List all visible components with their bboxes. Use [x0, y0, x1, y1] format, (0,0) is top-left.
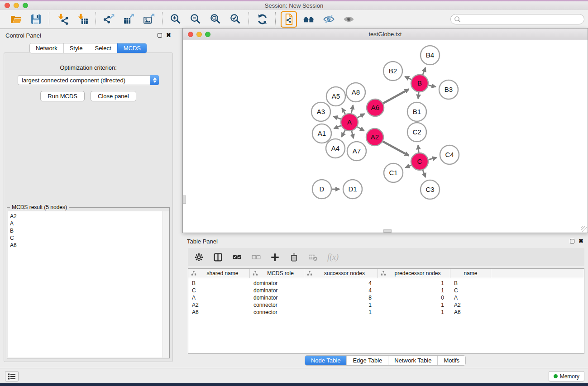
tab-mcds[interactable]: MCDS	[117, 43, 147, 53]
node-A7[interactable]: A7	[347, 142, 366, 161]
node-A5[interactable]: A5	[326, 87, 345, 106]
node-C2[interactable]: C2	[407, 123, 426, 142]
zoom-selected-button[interactable]	[227, 11, 244, 28]
network-window-titlebar[interactable]: testGlobe.txt	[183, 29, 588, 40]
edge-A-A3[interactable]	[333, 116, 341, 119]
edge-A2-C[interactable]	[383, 142, 409, 156]
node-C[interactable]: C	[411, 153, 428, 170]
network-graph[interactable]: AA1A2A3A4A5A6A7A8BB1B2B3B4CC1C2C3C4DD1	[183, 40, 588, 233]
toggle-columns-button[interactable]	[213, 253, 223, 262]
tab-motifs[interactable]: Motifs	[437, 356, 465, 365]
tab-node-table[interactable]: Node Table	[305, 356, 347, 365]
edge-C-C2[interactable]	[418, 145, 419, 152]
edge-C-C1[interactable]	[406, 165, 411, 168]
node-C1[interactable]: C1	[384, 163, 403, 182]
column-header-shared-name[interactable]: shared name	[188, 269, 250, 278]
edge-B-B4[interactable]	[423, 67, 425, 75]
run-mcds-button[interactable]: Run MCDS	[40, 91, 85, 101]
network-from-selection-button[interactable]	[281, 11, 297, 28]
tab-network[interactable]: Network	[30, 43, 63, 53]
search-box[interactable]	[450, 14, 584, 24]
zoom-fit-button[interactable]	[207, 11, 224, 28]
node-C4[interactable]: C4	[440, 145, 459, 164]
node-A4[interactable]: A4	[326, 139, 345, 158]
edge-B-B3[interactable]	[429, 85, 436, 87]
open-file-button[interactable]	[8, 11, 24, 28]
column-header-successor-nodes[interactable]: successor nodes	[304, 269, 378, 278]
float-panel-icon[interactable]	[158, 33, 162, 38]
import-network-button[interactable]	[54, 11, 71, 28]
zoom-in-button[interactable]	[167, 11, 184, 28]
export-table-button[interactable]	[121, 11, 137, 28]
edge-A-A8[interactable]	[351, 105, 353, 113]
column-header-name[interactable]: name	[450, 269, 491, 278]
show-panels-button[interactable]	[340, 11, 357, 28]
edge-A6-B[interactable]	[383, 89, 409, 103]
edge-A-A6[interactable]	[357, 114, 364, 118]
edge-C-C3[interactable]	[423, 170, 425, 177]
node-A[interactable]: A	[341, 114, 358, 131]
zoom-out-button[interactable]	[187, 11, 204, 28]
table-row[interactable]: Adominator80A	[188, 294, 584, 301]
edge-A-A4[interactable]	[342, 130, 345, 137]
network-close-button[interactable]	[188, 32, 193, 37]
edge-A-A2[interactable]	[357, 127, 364, 131]
table-settings-button[interactable]	[194, 253, 204, 262]
close-panel-button[interactable]: Close panel	[91, 91, 136, 101]
node-B3[interactable]: B3	[439, 80, 458, 99]
node-B1[interactable]: B1	[407, 102, 426, 121]
network-canvas[interactable]: AA1A2A3A4A5A6A7A8BB1B2B3B4CC1C2C3C4DD1	[183, 40, 588, 233]
table-close-panel-icon[interactable]: ✖	[578, 239, 583, 243]
home-button[interactable]	[301, 11, 317, 28]
edge-B-B1[interactable]	[418, 92, 419, 99]
network-zoom-button[interactable]	[205, 32, 210, 37]
result-item[interactable]: C	[10, 234, 160, 242]
edge-A-A7[interactable]	[352, 131, 354, 138]
node-A2[interactable]: A2	[366, 129, 383, 146]
import-table-button[interactable]	[74, 11, 91, 28]
zoom-window-button[interactable]	[23, 3, 28, 8]
optimization-criterion-select[interactable]: largest connected component (directed)	[18, 75, 159, 85]
node-A3[interactable]: A3	[311, 102, 330, 121]
tab-network-table[interactable]: Network Table	[388, 356, 437, 365]
network-minimize-button[interactable]	[196, 32, 202, 37]
table-row[interactable]: A2connector11A2	[188, 301, 584, 309]
edge-A-A1[interactable]	[334, 126, 341, 129]
table-row[interactable]: A6connector11A6	[188, 309, 584, 316]
refresh-layout-button[interactable]	[254, 11, 270, 28]
close-panel-icon[interactable]: ✖	[166, 33, 171, 38]
delete-column-button[interactable]	[289, 253, 299, 262]
hide-panels-button[interactable]	[320, 11, 337, 28]
minimize-window-button[interactable]	[14, 3, 19, 8]
save-session-button[interactable]	[28, 11, 44, 28]
result-item[interactable]: B	[10, 227, 160, 234]
node-C3[interactable]: C3	[421, 180, 440, 199]
select-all-rows-button[interactable]	[232, 253, 242, 262]
memory-button[interactable]: Memory	[549, 371, 584, 381]
table-float-panel-icon[interactable]	[570, 239, 574, 243]
column-header-predecessor-nodes[interactable]: predecessor nodes	[378, 269, 450, 278]
result-item[interactable]: A2	[10, 213, 160, 220]
node-B4[interactable]: B4	[421, 46, 440, 65]
tab-select[interactable]: Select	[89, 43, 117, 53]
bottom-splitter-handle[interactable]	[383, 229, 392, 233]
close-window-button[interactable]	[5, 3, 10, 8]
add-column-button[interactable]	[270, 253, 280, 262]
column-header-MCDS-role[interactable]: MCDS role	[250, 269, 304, 278]
result-item[interactable]: A	[10, 220, 160, 227]
task-history-button[interactable]	[5, 371, 19, 381]
tab-style[interactable]: Style	[63, 43, 89, 53]
left-splitter-handle[interactable]	[183, 195, 186, 204]
tab-edge-table[interactable]: Edge Table	[346, 356, 388, 365]
edge-B-B2[interactable]	[405, 76, 411, 80]
node-B[interactable]: B	[411, 75, 428, 92]
deselect-all-rows-button[interactable]	[251, 253, 261, 262]
resize-grip[interactable]	[581, 226, 587, 232]
result-scrollbar[interactable]	[163, 211, 169, 357]
result-item[interactable]: A6	[10, 242, 160, 249]
search-input[interactable]	[463, 16, 581, 23]
node-A8[interactable]: A8	[346, 83, 365, 102]
table-row[interactable]: Bdominator41B	[188, 280, 584, 287]
edge-A-A5[interactable]	[342, 108, 345, 114]
node-D1[interactable]: D1	[343, 180, 362, 199]
